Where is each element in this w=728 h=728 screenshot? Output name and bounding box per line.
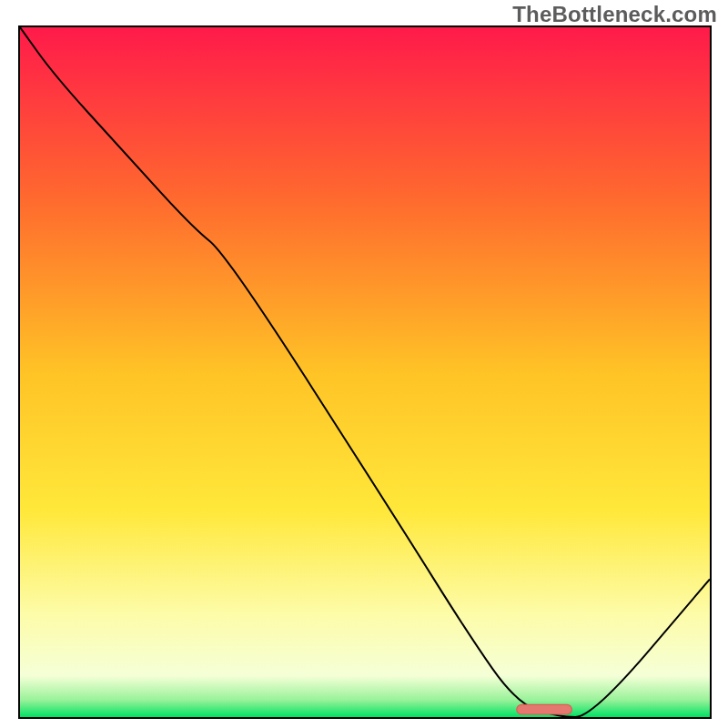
- chart-plot-area: [18, 25, 712, 719]
- watermark-text: TheBottleneck.com: [512, 2, 717, 27]
- chart-marker-layer: [20, 27, 710, 717]
- chart-container: TheBottleneck.com: [0, 0, 728, 728]
- optimal-range-marker: [517, 704, 572, 714]
